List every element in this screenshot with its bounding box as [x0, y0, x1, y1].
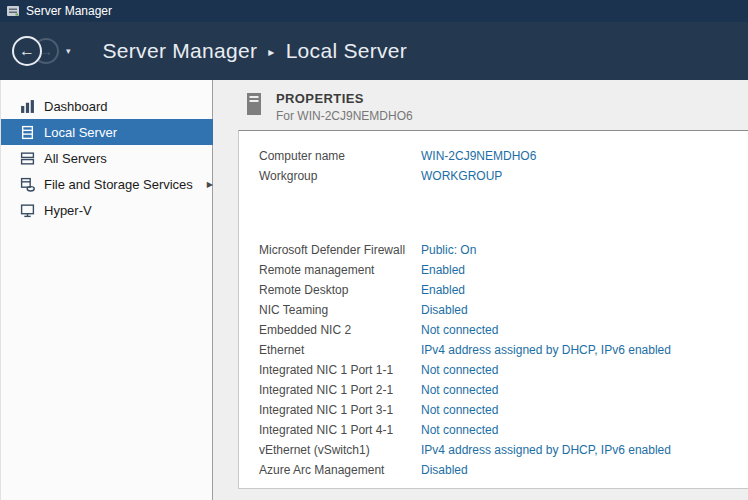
property-label: vEthernet (vSwitch1) [259, 443, 421, 457]
property-value-link[interactable]: Not connected [421, 323, 498, 337]
all-servers-icon [20, 151, 35, 166]
server-manager-window: Server Manager ← → ▾ Server Manager ▸ Lo… [0, 0, 748, 500]
property-value-link[interactable]: Not connected [421, 403, 498, 417]
local-server-icon [20, 125, 35, 140]
table-row: Integrated NIC 1 Port 1-1 Not connected [259, 360, 748, 380]
property-label: Remote Desktop [259, 283, 421, 297]
sidebar-item-label: Hyper-V [44, 203, 92, 218]
table-row: Remote Desktop Enabled [259, 280, 748, 300]
table-row: Azure Arc Management Disabled [259, 460, 748, 480]
property-value-link[interactable]: Enabled [421, 263, 465, 277]
table-row: Microsoft Defender Firewall Public: On [259, 240, 748, 260]
table-row: Ethernet IPv4 address assigned by DHCP, … [259, 340, 748, 360]
table-row: NIC Teaming Disabled [259, 300, 748, 320]
properties-subtitle: For WIN-2CJ9NEMDHO6 [276, 109, 413, 123]
property-label: NIC Teaming [259, 303, 421, 317]
property-label: Integrated NIC 1 Port 3-1 [259, 403, 421, 417]
sidebar-list: Dashboard Local Server [1, 80, 221, 500]
property-value-link[interactable]: Disabled [421, 463, 468, 477]
sidebar-item-dashboard[interactable]: Dashboard [1, 93, 221, 119]
property-value-link[interactable]: Not connected [421, 383, 498, 397]
table-row: Integrated NIC 1 Port 2-1 Not connected [259, 380, 748, 400]
dashboard-icon [20, 99, 35, 114]
property-value-link[interactable]: WIN-2CJ9NEMDHO6 [421, 149, 536, 163]
properties-identity-group: Computer name WIN-2CJ9NEMDHO6 Workgroup … [259, 146, 748, 186]
property-value-link[interactable]: Not connected [421, 423, 498, 437]
file-storage-icon [20, 177, 35, 192]
property-value-link[interactable]: Not connected [421, 363, 498, 377]
sidebar-item-local-server[interactable]: Local Server [1, 119, 221, 145]
sidebar-item-label: Local Server [44, 125, 117, 140]
property-value-link[interactable]: Public: On [421, 243, 476, 257]
property-label: Integrated NIC 1 Port 4-1 [259, 423, 421, 437]
breadcrumb-root[interactable]: Server Manager [103, 39, 258, 63]
back-button[interactable]: ← [12, 36, 42, 66]
table-row: Integrated NIC 1 Port 3-1 Not connected [259, 400, 748, 420]
table-row: vEthernet (vSwitch1) IPv4 address assign… [259, 440, 748, 460]
sidebar: Dashboard Local Server [0, 80, 213, 500]
property-label: Integrated NIC 1 Port 2-1 [259, 383, 421, 397]
hyperv-icon [20, 203, 35, 218]
server-manager-app-icon [6, 4, 20, 18]
breadcrumb-current[interactable]: Local Server [286, 39, 408, 63]
properties-title: PROPERTIES [276, 91, 413, 106]
breadcrumb-separator-icon: ▸ [268, 43, 274, 59]
table-row: Computer name WIN-2CJ9NEMDHO6 [259, 146, 748, 166]
breadcrumb: Server Manager ▸ Local Server [103, 39, 408, 63]
property-label: Computer name [259, 149, 421, 163]
table-row: Integrated NIC 1 Port 4-1 Not connected [259, 420, 748, 440]
properties-header: PROPERTIES For WIN-2CJ9NEMDHO6 [213, 80, 748, 130]
nav-dropdown-caret-icon[interactable]: ▾ [66, 46, 71, 56]
property-label: Remote management [259, 263, 421, 277]
sidebar-item-file-storage-services[interactable]: File and Storage Services ▶ [1, 171, 221, 197]
property-value-link[interactable]: Enabled [421, 283, 465, 297]
property-label: Embedded NIC 2 [259, 323, 421, 337]
property-value-link[interactable]: WORKGROUP [421, 169, 502, 183]
breadcrumb-header: ← → ▾ Server Manager ▸ Local Server [0, 22, 748, 80]
property-label: Workgroup [259, 169, 421, 183]
property-label: Ethernet [259, 343, 421, 357]
sidebar-item-label: Dashboard [44, 99, 108, 114]
property-value-link[interactable]: IPv4 address assigned by DHCP, IPv6 enab… [421, 343, 671, 357]
properties-header-text: PROPERTIES For WIN-2CJ9NEMDHO6 [276, 91, 413, 123]
sidebar-item-all-servers[interactable]: All Servers [1, 145, 221, 171]
table-row: Remote management Enabled [259, 260, 748, 280]
content-area: Dashboard Local Server [0, 80, 748, 500]
property-value-link[interactable]: Disabled [421, 303, 468, 317]
main-pane: PROPERTIES For WIN-2CJ9NEMDHO6 Computer … [213, 80, 748, 500]
window-title: Server Manager [26, 4, 112, 18]
property-value-link[interactable]: IPv4 address assigned by DHCP, IPv6 enab… [421, 443, 671, 457]
table-row: Workgroup WORKGROUP [259, 166, 748, 186]
sidebar-item-label: All Servers [44, 151, 107, 166]
property-label: Microsoft Defender Firewall [259, 243, 421, 257]
nav-buttons: ← → ▾ [12, 36, 71, 66]
property-label: Integrated NIC 1 Port 1-1 [259, 363, 421, 377]
properties-status-group: Microsoft Defender Firewall Public: On R… [259, 240, 748, 480]
properties-panel: Computer name WIN-2CJ9NEMDHO6 Workgroup … [238, 130, 748, 489]
sidebar-item-hyper-v[interactable]: Hyper-V [1, 197, 221, 223]
sidebar-item-label: File and Storage Services [44, 177, 193, 192]
table-row: Embedded NIC 2 Not connected [259, 320, 748, 340]
property-label: Azure Arc Management [259, 463, 421, 477]
properties-server-icon [245, 92, 263, 116]
window-titlebar: Server Manager [0, 0, 748, 22]
